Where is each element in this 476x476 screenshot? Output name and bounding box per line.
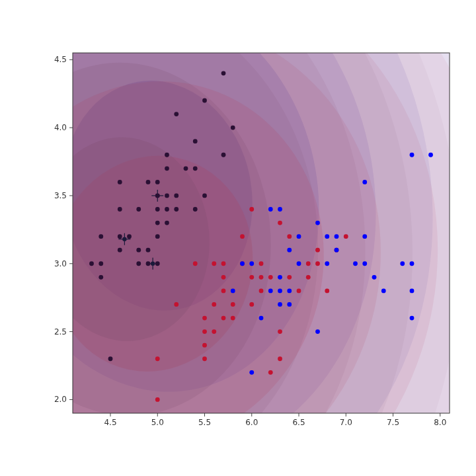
data-point: [231, 126, 235, 130]
data-point: [165, 166, 169, 171]
data-point: [306, 261, 311, 266]
data-point: [202, 343, 207, 348]
data-point: [259, 261, 264, 266]
data-point: [202, 99, 207, 103]
data-point: [136, 261, 141, 266]
data-point: [249, 207, 254, 212]
data-point: [118, 234, 122, 239]
data-point: [297, 289, 301, 294]
data-point: [202, 316, 207, 321]
data-point: [174, 207, 178, 212]
data-point: [212, 329, 216, 334]
data-point: [410, 153, 415, 157]
data-point: [155, 221, 160, 225]
data-point: [249, 302, 254, 307]
data-point: [231, 302, 235, 307]
data-point: [174, 112, 178, 116]
data-point: [278, 356, 282, 361]
data-point: [410, 316, 415, 321]
data-point: [155, 234, 160, 239]
data-point: [136, 207, 141, 212]
data-point: [278, 302, 282, 307]
data-point: [127, 234, 132, 239]
data-point: [259, 289, 264, 294]
data-point: [99, 234, 103, 239]
data-point: [335, 248, 339, 253]
data-point: [89, 261, 94, 266]
data-point: [287, 234, 292, 239]
data-point: [165, 153, 169, 157]
x-tick-label: 5.0: [151, 418, 164, 427]
data-point: [287, 289, 292, 294]
data-point: [231, 316, 235, 321]
data-point: [428, 153, 433, 157]
data-point: [174, 302, 178, 307]
x-tick-label: 4.5: [104, 418, 116, 427]
data-point: [240, 234, 245, 239]
data-point: [268, 275, 273, 280]
data-point: [325, 234, 329, 239]
data-point: [165, 207, 169, 212]
data-point: [155, 261, 160, 266]
data-point: [212, 302, 216, 307]
data-point: [155, 207, 160, 212]
data-point: [362, 234, 367, 239]
data-point: [240, 261, 245, 266]
data-point: [325, 261, 329, 266]
data-point: [335, 234, 339, 239]
data-point: [99, 275, 103, 280]
data-point: [202, 194, 207, 198]
data-point: [362, 261, 367, 266]
data-point: [155, 397, 160, 402]
data-point: [315, 221, 320, 225]
chart-container: 4.55.05.56.06.57.07.58.02.02.53.03.54.04…: [0, 0, 476, 476]
data-point: [381, 289, 386, 294]
data-point: [249, 261, 254, 266]
data-point: [410, 289, 415, 294]
x-tick-label: 6.5: [292, 418, 305, 427]
data-point: [278, 289, 282, 294]
data-point: [155, 194, 160, 198]
data-point: [118, 180, 122, 184]
data-point: [221, 153, 226, 157]
data-point: [297, 234, 301, 239]
data-point: [297, 261, 301, 266]
data-point: [325, 289, 329, 294]
data-point: [259, 275, 264, 280]
data-point: [221, 261, 226, 266]
data-point: [353, 261, 358, 266]
data-point: [306, 275, 311, 280]
data-point: [268, 370, 273, 375]
data-point: [193, 166, 198, 171]
x-tick-label: 8.0: [434, 418, 446, 427]
crosshair-center: [151, 262, 155, 266]
data-point: [259, 316, 264, 321]
x-tick-label: 7.0: [340, 418, 352, 427]
data-point: [268, 289, 273, 294]
data-point: [193, 139, 198, 143]
data-point: [146, 180, 151, 184]
data-point: [118, 207, 122, 212]
data-point: [221, 71, 226, 75]
data-point: [268, 207, 273, 212]
data-point: [193, 207, 198, 212]
data-point: [118, 248, 122, 253]
data-point: [212, 261, 216, 266]
data-point: [400, 261, 405, 266]
data-point: [372, 275, 377, 280]
data-point: [221, 316, 226, 321]
data-point: [410, 261, 415, 266]
data-point: [278, 221, 282, 225]
data-point: [315, 261, 320, 266]
data-point: [231, 289, 235, 294]
data-point: [278, 207, 282, 212]
y-tick-label: 3.0: [54, 259, 67, 268]
data-point: [202, 329, 207, 334]
data-point: [202, 356, 207, 361]
data-point: [146, 248, 151, 253]
data-point: [108, 356, 113, 361]
data-point: [249, 370, 254, 375]
y-tick-label: 2.0: [54, 395, 67, 404]
x-tick-label: 6.0: [245, 418, 258, 427]
data-point: [315, 329, 320, 334]
